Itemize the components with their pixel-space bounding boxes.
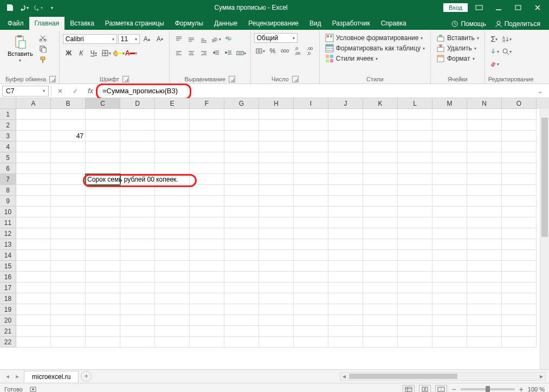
cell[interactable] — [502, 337, 537, 348]
cell[interactable] — [120, 326, 155, 337]
column-header[interactable]: N — [467, 98, 502, 109]
cell[interactable] — [86, 282, 120, 293]
name-box[interactable]: C7▾ — [2, 86, 49, 97]
cell[interactable] — [155, 131, 190, 142]
column-header[interactable]: A — [16, 98, 51, 109]
cell[interactable] — [502, 304, 537, 315]
cell[interactable] — [155, 152, 190, 163]
cell[interactable] — [155, 337, 190, 348]
orientation-icon[interactable]: ab▾ — [210, 33, 222, 45]
save-icon[interactable] — [3, 1, 16, 14]
cell[interactable] — [86, 239, 120, 250]
copy-icon[interactable] — [37, 44, 48, 54]
cell[interactable] — [51, 217, 86, 228]
cell[interactable] — [294, 152, 328, 163]
cell[interactable] — [398, 142, 432, 152]
cell[interactable] — [432, 196, 467, 207]
cell[interactable] — [467, 163, 502, 174]
cell[interactable] — [432, 185, 467, 196]
cell[interactable] — [363, 142, 398, 152]
sort-filter-icon[interactable]: AЯ▾ — [501, 33, 513, 45]
cell[interactable] — [398, 228, 432, 239]
cell[interactable] — [155, 282, 190, 293]
row-header[interactable]: 16 — [0, 272, 16, 282]
align-top-icon[interactable] — [173, 33, 185, 45]
merge-icon[interactable]: ▾ — [235, 47, 247, 59]
cell[interactable] — [51, 196, 86, 207]
cell[interactable] — [259, 217, 294, 228]
cell[interactable] — [502, 272, 537, 282]
cell[interactable] — [16, 282, 51, 293]
cell[interactable] — [155, 315, 190, 326]
decrease-font-icon[interactable]: A▾ — [154, 33, 166, 45]
sheet-nav-next-icon[interactable]: ▸ — [13, 372, 22, 381]
cell[interactable] — [224, 282, 259, 293]
cell[interactable] — [86, 326, 120, 337]
cell[interactable] — [190, 261, 224, 272]
row-header[interactable]: 8 — [0, 185, 16, 196]
cell[interactable] — [224, 174, 259, 185]
cell[interactable] — [432, 293, 467, 304]
column-header[interactable]: E — [155, 98, 190, 109]
undo-icon[interactable]: ▾ — [17, 1, 30, 14]
comma-icon[interactable]: 000 — [279, 45, 291, 57]
cell[interactable] — [259, 152, 294, 163]
alignment-dialog-launcher[interactable] — [229, 76, 235, 82]
cell[interactable] — [51, 109, 86, 120]
page-break-view-icon[interactable] — [435, 385, 447, 393]
cell[interactable] — [467, 174, 502, 185]
cell[interactable] — [51, 120, 86, 131]
cell[interactable] — [294, 272, 328, 282]
cell[interactable] — [328, 131, 363, 142]
cell[interactable] — [467, 185, 502, 196]
cell[interactable] — [328, 261, 363, 272]
cell[interactable] — [120, 315, 155, 326]
cell[interactable] — [398, 131, 432, 142]
cell[interactable] — [363, 207, 398, 217]
cell[interactable] — [16, 142, 51, 152]
cell[interactable] — [502, 109, 537, 120]
cell[interactable] — [398, 250, 432, 261]
cell[interactable] — [363, 239, 398, 250]
login-button[interactable]: Вход — [443, 3, 468, 12]
delete-cells-button[interactable]: Удалить▾ — [434, 43, 481, 53]
align-middle-icon[interactable] — [185, 33, 197, 45]
cell[interactable] — [190, 217, 224, 228]
format-as-table-button[interactable]: Форматировать как таблицу▾ — [323, 43, 427, 53]
cell[interactable] — [328, 120, 363, 131]
cell[interactable] — [190, 185, 224, 196]
cell[interactable] — [155, 109, 190, 120]
column-header[interactable]: G — [224, 98, 259, 109]
font-size-combo[interactable]: 11▾ — [118, 34, 140, 44]
cell[interactable] — [294, 185, 328, 196]
column-header[interactable]: H — [259, 98, 294, 109]
cell[interactable] — [502, 152, 537, 163]
cell[interactable] — [155, 261, 190, 272]
cell[interactable] — [190, 272, 224, 282]
expand-formula-bar-icon[interactable]: ⌄ — [534, 86, 547, 97]
cut-icon[interactable] — [37, 33, 48, 43]
cell[interactable] — [190, 282, 224, 293]
cell[interactable] — [259, 131, 294, 142]
cell[interactable] — [51, 304, 86, 315]
tab-developer[interactable]: Разработчик — [327, 17, 376, 30]
row-header[interactable]: 17 — [0, 282, 16, 293]
vertical-scrollbar[interactable] — [540, 109, 549, 369]
align-bottom-icon[interactable] — [198, 33, 210, 45]
cell[interactable] — [224, 239, 259, 250]
cell[interactable] — [86, 120, 120, 131]
cell[interactable] — [51, 207, 86, 217]
cell[interactable] — [432, 109, 467, 120]
cell[interactable] — [259, 282, 294, 293]
cell[interactable] — [363, 261, 398, 272]
cell[interactable] — [328, 282, 363, 293]
cell[interactable] — [328, 142, 363, 152]
row-header[interactable]: 14 — [0, 250, 16, 261]
cell[interactable] — [432, 217, 467, 228]
cell[interactable] — [190, 120, 224, 131]
cell[interactable] — [86, 207, 120, 217]
cell[interactable] — [363, 174, 398, 185]
cell[interactable] — [190, 152, 224, 163]
cell[interactable] — [398, 120, 432, 131]
cell[interactable] — [86, 250, 120, 261]
